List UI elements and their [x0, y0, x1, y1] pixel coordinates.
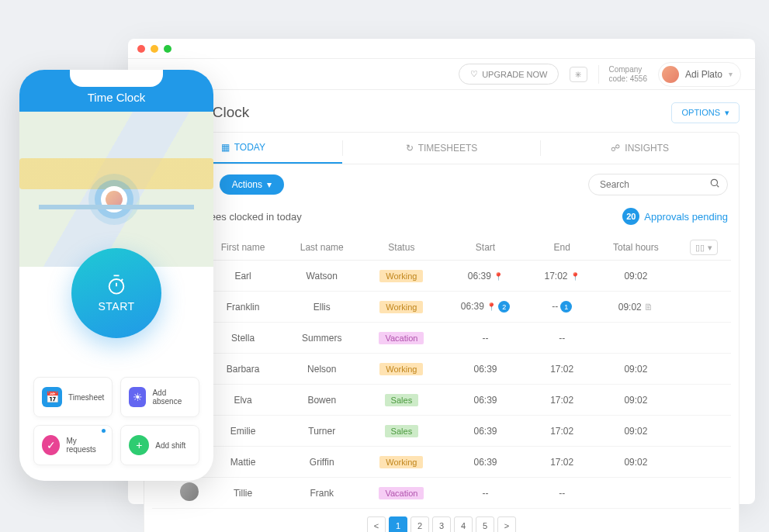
cell-end: --	[529, 323, 595, 354]
tile-my-requests[interactable]: ✓My requests	[33, 425, 113, 465]
tile-label: Timesheet	[68, 393, 104, 402]
page-button[interactable]: 1	[389, 516, 407, 532]
cell-last: Frank	[282, 478, 361, 509]
cell-total	[595, 323, 677, 354]
window-controls	[128, 39, 755, 59]
cell-first: Emilie	[203, 416, 282, 447]
table-row[interactable]: TillieFrankVacation----	[152, 478, 731, 509]
cell-total: 09:02	[595, 385, 677, 416]
page-button[interactable]: 5	[476, 516, 494, 532]
status-badge: Working	[379, 363, 423, 375]
tile-label: Add shift	[155, 441, 185, 450]
tile-icon: ☀	[129, 387, 146, 407]
table-row[interactable]: FranklinEllisWorking06:39 📍2--109:02 🗎	[152, 292, 731, 323]
page-button[interactable]: 4	[454, 516, 473, 532]
chevron-down-icon: ▾	[267, 179, 272, 190]
approvals-label: Approvals pending	[644, 211, 728, 223]
cell-start: 06:39 📍	[442, 261, 528, 292]
table-row[interactable]: StellaSummersVacation----	[152, 323, 731, 354]
status-badge: Vacation	[379, 487, 424, 499]
phone-notch	[70, 70, 163, 87]
table-row[interactable]: EarlWatsonWorking06:39 📍17:02 📍09:02	[152, 261, 731, 292]
topbar: am ♡ UPGRADE NOW ⛯ Company code: 4556 Ad…	[128, 59, 755, 90]
tile-timesheet[interactable]: 📅Timesheet	[33, 377, 113, 417]
username: Adi Plato	[685, 69, 722, 80]
actions-button[interactable]: Actions ▾	[220, 174, 284, 195]
location-pin-icon: 📍	[494, 272, 503, 281]
table-row[interactable]: BarbaraNelsonWorking06:3917:0209:02	[152, 354, 731, 385]
column-header[interactable]: Start	[442, 234, 528, 261]
note-badge[interactable]: 2	[498, 301, 510, 313]
location-pin-icon: 📍	[570, 272, 580, 281]
options-button[interactable]: OPTIONS ▾	[671, 102, 740, 123]
column-header[interactable]: Status	[361, 234, 442, 261]
cell-first: Stella	[203, 323, 282, 354]
start-button[interactable]: START	[71, 248, 161, 338]
cell-last: Summers	[282, 323, 361, 354]
calendar-icon: ▦	[221, 142, 230, 153]
column-header[interactable]: First name	[203, 234, 282, 261]
page-button[interactable]: >	[497, 516, 516, 532]
phone-tiles: 📅Timesheet☀Add absence✓My requests+Add s…	[33, 377, 199, 465]
cell-end: 17:02	[529, 416, 595, 447]
cell-first: Earl	[203, 261, 282, 292]
cell-start: --	[442, 478, 528, 509]
page-button[interactable]: 2	[410, 516, 429, 532]
column-header[interactable]: Last name	[282, 234, 361, 261]
svg-point-1	[711, 179, 717, 185]
note-badge[interactable]: 1	[560, 301, 572, 313]
company-label: Company	[608, 65, 647, 74]
cell-last: Nelson	[282, 354, 361, 385]
column-header[interactable]: End	[529, 234, 595, 261]
user-avatar-icon	[106, 191, 123, 208]
maximize-dot[interactable]	[164, 45, 171, 53]
table-row[interactable]: EmilieTurnerSales06:3917:0209:02	[152, 416, 731, 447]
column-header[interactable]: Total hours	[595, 234, 677, 261]
search-input[interactable]	[588, 174, 728, 195]
cell-start: 06:39 📍2	[442, 292, 528, 323]
options-label: OPTIONS	[681, 108, 720, 117]
company-code: code: 4556	[608, 74, 647, 84]
column-toggle[interactable]: ▯▯ ▾	[690, 240, 717, 255]
cell-total: 09:02	[595, 261, 677, 292]
cell-end: --1	[529, 292, 595, 323]
cell-end: 17:02	[529, 354, 595, 385]
cell-first: Barbara	[203, 354, 282, 385]
tab-timesheets[interactable]: ↻ TIMESHEETS	[343, 133, 541, 164]
actions-label: Actions	[232, 179, 262, 190]
approvals-link[interactable]: 20 Approvals pending	[622, 208, 728, 225]
cell-end: 17:02	[529, 447, 595, 478]
status-badge: Working	[379, 456, 423, 468]
employee-avatar	[180, 482, 199, 501]
minimize-dot[interactable]	[151, 45, 158, 53]
status-badge: Sales	[385, 394, 419, 406]
browser-window: am ♡ UPGRADE NOW ⛯ Company code: 4556 Ad…	[128, 39, 755, 504]
employee-table: First nameLast nameStatusStartEndTotal h…	[152, 234, 731, 509]
tab-insights[interactable]: ☍ INSIGHTS	[541, 133, 739, 164]
user-location-pin[interactable]	[101, 186, 127, 212]
cell-total	[595, 478, 677, 509]
user-menu[interactable]: Adi Plato ▾	[658, 62, 741, 87]
cell-first: Tillie	[203, 478, 282, 509]
tile-add-absence[interactable]: ☀Add absence	[120, 377, 199, 417]
cell-total: 09:02	[595, 416, 677, 447]
chevron-down-icon: ▾	[725, 108, 729, 118]
status-badge: Sales	[385, 425, 419, 437]
tile-icon: +	[129, 435, 149, 455]
page-button[interactable]: <	[367, 516, 386, 532]
help-icon[interactable]: ⛯	[570, 67, 587, 82]
upgrade-button[interactable]: ♡ UPGRADE NOW	[459, 64, 559, 85]
stopwatch-icon	[106, 274, 127, 295]
map-view[interactable]	[19, 112, 213, 267]
phone-title: Time Clock	[88, 91, 145, 104]
cell-end: 17:02	[529, 385, 595, 416]
pagination: <12345>	[144, 509, 739, 532]
table-row[interactable]: ElvaBowenSales06:3917:0209:02	[152, 385, 731, 416]
cell-last: Watson	[282, 261, 361, 292]
tile-add-shift[interactable]: +Add shift	[120, 425, 199, 465]
status-badge: Working	[379, 301, 423, 313]
cell-total: 09:02	[595, 354, 677, 385]
close-dot[interactable]	[137, 45, 145, 53]
table-row[interactable]: MattieGriffinWorking06:3917:0209:02	[152, 447, 731, 478]
page-button[interactable]: 3	[432, 516, 451, 532]
